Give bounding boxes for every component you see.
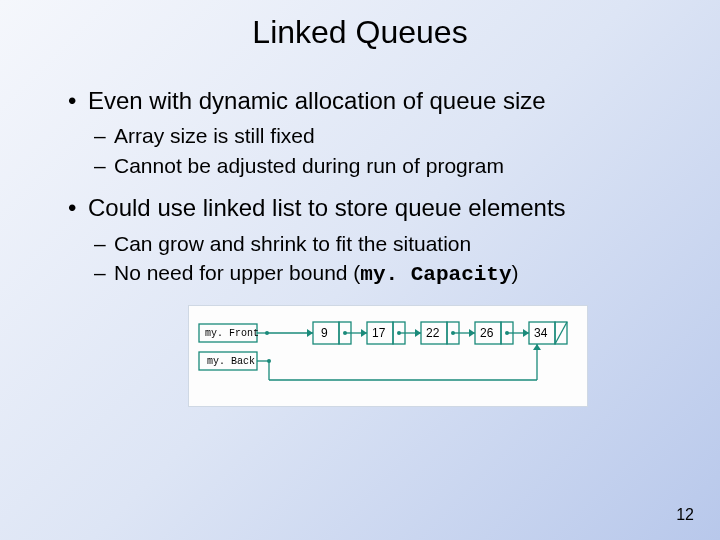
bullet-1-sub-2: Cannot be adjusted during run of program <box>94 151 662 180</box>
svg-marker-17 <box>361 329 367 337</box>
bullet-2-sub-2: No need for upper bound (my. Capacity) <box>94 258 662 289</box>
page-number: 12 <box>676 506 694 524</box>
svg-marker-29 <box>469 329 475 337</box>
diagram-node-2: 22 <box>421 322 475 344</box>
diagram-back-label: my. Back <box>207 356 255 367</box>
slide-content: Even with dynamic allocation of queue si… <box>0 85 720 409</box>
code-capacity: my. Capacity <box>360 263 511 286</box>
diagram-front-label: my. Front <box>205 328 259 339</box>
bullet-2-text: Could use linked list to store queue ele… <box>88 194 566 221</box>
diagram-node-1: 17 <box>367 322 421 344</box>
slide-title: Linked Queues <box>0 14 720 51</box>
svg-marker-35 <box>523 329 529 337</box>
svg-marker-11 <box>533 344 541 350</box>
svg-text:17: 17 <box>372 326 386 340</box>
svg-text:34: 34 <box>534 326 548 340</box>
svg-line-39 <box>555 322 567 344</box>
bullet-1-sub-1: Array size is still fixed <box>94 121 662 150</box>
bullet-1: Even with dynamic allocation of queue si… <box>68 85 662 180</box>
bullet-2: Could use linked list to store queue ele… <box>68 192 662 289</box>
diagram-node-4: 34 <box>529 322 567 344</box>
bullet-2-sub-1: Can grow and shrink to fit the situation <box>94 229 662 258</box>
bullet-1-text: Even with dynamic allocation of queue si… <box>88 87 546 114</box>
svg-marker-5 <box>307 329 313 337</box>
diagram-node-3: 26 <box>475 322 529 344</box>
linked-queue-diagram: my. Front my. Back <box>186 303 662 409</box>
svg-text:9: 9 <box>321 326 328 340</box>
svg-text:22: 22 <box>426 326 440 340</box>
svg-marker-23 <box>415 329 421 337</box>
svg-text:26: 26 <box>480 326 494 340</box>
diagram-node-0: 9 <box>313 322 367 344</box>
